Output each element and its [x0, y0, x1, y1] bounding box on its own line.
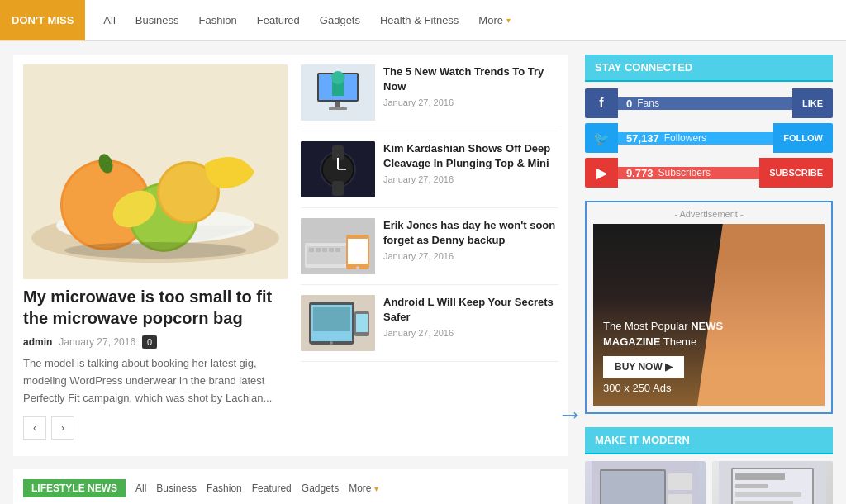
facebook-icon: f	[585, 88, 618, 118]
facebook-count: 0	[626, 97, 632, 110]
youtube-button[interactable]: ▶ 9,773 Subscribers SUBSCRIBE	[585, 158, 833, 188]
modern-thumb-2	[712, 461, 833, 504]
ad-text: The Most Popular NEWSMAGAZINE Theme BUY …	[603, 319, 815, 396]
lifestyle-nav-fashion[interactable]: Fashion	[207, 483, 242, 494]
page-wrapper: My microwave is too small to fit the mic…	[0, 41, 846, 504]
article-info-1: The 5 New Watch Trends To Try Now Januar…	[383, 64, 558, 107]
pagination-buttons: ‹ ›	[23, 416, 288, 440]
article-item: Kim Kardashian Shows Off Deep Cleavage I…	[301, 141, 558, 208]
svg-point-42	[330, 341, 333, 345]
ad-tagline: The Most Popular NEWSMAGAZINE Theme	[603, 319, 815, 349]
article-date-3: January 27, 2016	[383, 251, 558, 261]
article-title-1[interactable]: The 5 New Watch Trends To Try Now	[383, 64, 558, 94]
social-buttons: f 0 Fans LIKE 🐦 57,137 Followers FOLLOW	[585, 88, 833, 188]
youtube-subscribe-button[interactable]: SUBSCRIBE	[759, 158, 833, 188]
author-label: admin	[23, 336, 52, 348]
dont-miss-label: DON'T MISS	[0, 0, 85, 40]
lifestyle-header: LIFESTYLE NEWS All Business Fashion Feat…	[23, 479, 558, 504]
article-item: Erik Jones has day he won't soon forget …	[301, 218, 558, 285]
svg-rect-68	[668, 494, 692, 504]
svg-rect-30	[309, 248, 314, 252]
twitter-count: 57,137	[626, 132, 659, 145]
lifestyle-nav: All Business Fashion Featured Gadgets Mo…	[135, 483, 378, 494]
facebook-button[interactable]: f 0 Fans LIKE	[585, 88, 833, 118]
article-info-2: Kim Kardashian Shows Off Deep Cleavage I…	[383, 141, 558, 184]
svg-rect-33	[329, 248, 334, 252]
lifestyle-nav-gadgets[interactable]: Gadgets	[302, 483, 339, 494]
lifestyle-section: LIFESTYLE NEWS All Business Fashion Feat…	[13, 469, 568, 504]
article-info-4: Android L Will Keep Your Secrets Safer J…	[383, 295, 558, 338]
prev-page-button[interactable]: ‹	[23, 416, 46, 440]
youtube-label: Subscribers	[658, 167, 711, 178]
twitter-label: Followers	[664, 132, 706, 144]
twitter-icon: 🐦	[585, 123, 618, 153]
youtube-count: 9,773	[626, 167, 654, 179]
svg-rect-41	[313, 307, 350, 331]
svg-rect-67	[668, 473, 692, 490]
make-modern-section: MAKE IT MODERN	[585, 427, 833, 504]
youtube-info: 9,773 Subscribers	[618, 167, 759, 179]
facebook-info: 0 Fans	[618, 97, 792, 110]
youtube-icon: ▶	[585, 158, 618, 188]
svg-rect-36	[348, 239, 368, 264]
svg-rect-75	[735, 501, 793, 504]
svg-rect-72	[735, 473, 785, 480]
nav-fashion[interactable]: Fashion	[189, 0, 247, 40]
featured-image	[23, 64, 288, 279]
article-title-3[interactable]: Erik Jones has day he won't soon forget …	[383, 218, 558, 248]
advertisement-box: - Advertisement - The Most Popular NEWSM…	[585, 201, 833, 414]
svg-point-37	[356, 266, 359, 269]
article-title-2[interactable]: Kim Kardashian Shows Off Deep Cleavage I…	[383, 141, 558, 171]
svg-rect-31	[316, 248, 321, 252]
next-page-button[interactable]: ›	[51, 416, 74, 440]
article-item: Android L Will Keep Your Secrets Safer J…	[301, 295, 558, 362]
buy-now-button[interactable]: BUY NOW ▶	[603, 356, 684, 378]
chevron-down-icon: ▾	[506, 16, 511, 25]
svg-rect-24	[332, 181, 344, 196]
svg-rect-74	[735, 492, 801, 497]
sidebar: STAY CONNECTED f 0 Fans LIKE 🐦 57,137	[585, 55, 833, 504]
top-navigation: DON'T MISS All Business Fashion Featured…	[0, 0, 846, 41]
featured-meta: admin January 27, 2016 0	[23, 335, 288, 349]
svg-rect-17	[335, 102, 340, 108]
nav-links: All Business Fashion Featured Gadgets He…	[85, 0, 529, 40]
svg-rect-44	[356, 314, 368, 332]
svg-rect-32	[322, 248, 327, 252]
nav-gadgets[interactable]: Gadgets	[310, 0, 370, 40]
side-articles-list: The 5 New Watch Trends To Try Now Januar…	[301, 64, 558, 446]
lifestyle-nav-featured[interactable]: Featured	[252, 483, 292, 494]
nav-featured[interactable]: Featured	[247, 0, 310, 40]
comment-count-badge: 0	[142, 335, 157, 349]
ad-label: - Advertisement -	[593, 209, 825, 219]
svg-rect-34	[335, 248, 340, 252]
facebook-label: Fans	[637, 97, 659, 109]
modern-thumb-1	[585, 461, 706, 504]
ad-content[interactable]: The Most Popular NEWSMAGAZINE Theme BUY …	[593, 224, 825, 406]
article-thumb-3	[301, 218, 375, 274]
twitter-button[interactable]: 🐦 57,137 Followers FOLLOW	[585, 123, 833, 153]
nav-business[interactable]: Business	[126, 0, 189, 40]
featured-title: My microwave is too small to fit the mic…	[23, 286, 288, 329]
nav-health[interactable]: Health & Fitness	[370, 0, 468, 40]
svg-point-11	[64, 242, 246, 259]
featured-date: January 27, 2016	[59, 336, 135, 348]
article-info-3: Erik Jones has day he won't soon forget …	[383, 218, 558, 261]
lifestyle-nav-business[interactable]: Business	[156, 483, 197, 494]
article-title-4[interactable]: Android L Will Keep Your Secrets Safer	[383, 295, 558, 325]
svg-point-16	[331, 71, 345, 84]
nav-more[interactable]: More ▾	[468, 0, 520, 40]
svg-rect-18	[329, 107, 347, 110]
article-date-4: January 27, 2016	[383, 328, 558, 338]
featured-section: My microwave is too small to fit the mic…	[13, 55, 568, 456]
featured-excerpt: The model is talking about booking her l…	[23, 355, 288, 407]
stay-connected-section: STAY CONNECTED f 0 Fans LIKE 🐦 57,137	[585, 55, 833, 188]
facebook-like-button[interactable]: LIKE	[792, 88, 833, 118]
nav-all[interactable]: All	[93, 0, 125, 40]
lifestyle-nav-more[interactable]: More ▾	[349, 483, 378, 494]
twitter-follow-button[interactable]: FOLLOW	[773, 123, 833, 153]
lifestyle-nav-all[interactable]: All	[135, 483, 146, 494]
article-date-2: January 27, 2016	[383, 174, 558, 184]
make-modern-title: MAKE IT MODERN	[585, 427, 833, 454]
article-item: The 5 New Watch Trends To Try Now Januar…	[301, 64, 558, 131]
svg-rect-73	[735, 484, 768, 488]
